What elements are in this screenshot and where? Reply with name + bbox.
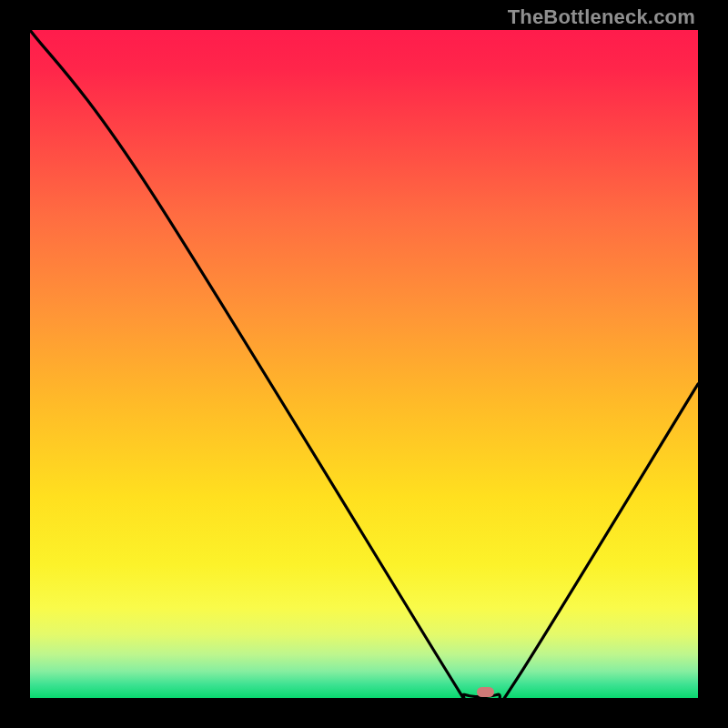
plot-area bbox=[30, 30, 698, 698]
watermark-text: TheBottleneck.com bbox=[508, 5, 695, 29]
optimal-marker bbox=[477, 687, 493, 697]
chart-frame: TheBottleneck.com bbox=[0, 0, 728, 728]
bottleneck-curve bbox=[30, 30, 698, 698]
